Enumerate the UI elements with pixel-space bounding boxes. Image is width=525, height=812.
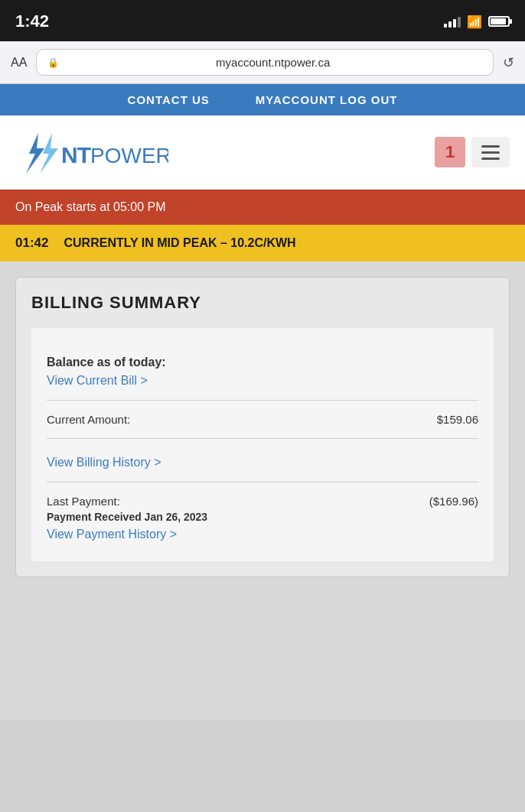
myaccount-logout-link[interactable]: MyAccount Log Out	[256, 93, 398, 106]
last-payment-amount: ($169.96)	[429, 495, 478, 508]
billing-history-section: View Billing History >	[47, 439, 478, 482]
battery-icon	[488, 16, 510, 27]
browser-aa-button[interactable]: AA	[11, 56, 27, 70]
url-bar[interactable]: 🔒 myaccount.ntpower.ca	[36, 49, 494, 76]
view-billing-history-link[interactable]: View Billing History >	[47, 456, 478, 469]
header-right: 1	[435, 137, 510, 167]
last-payment-row: Last Payment: ($169.96)	[47, 495, 478, 508]
lock-icon: 🔒	[47, 57, 59, 68]
svg-marker-1	[40, 133, 58, 174]
on-peak-alert: On Peak starts at 05:00 PM	[0, 190, 525, 225]
hamburger-line-2	[481, 151, 500, 154]
hamburger-line-3	[481, 158, 500, 160]
signal-icon	[444, 15, 461, 28]
current-amount-value: $159.06	[437, 413, 478, 426]
status-bar: 1:42 📶	[0, 0, 525, 41]
url-text: myaccount.ntpower.ca	[64, 56, 482, 69]
notification-badge[interactable]: 1	[435, 137, 465, 167]
view-current-bill-link[interactable]: View Current Bill >	[47, 374, 478, 388]
status-time: 1:42	[15, 11, 49, 31]
logo-svg: NT POWER	[15, 129, 168, 175]
balance-section: Balance as of today: View Current Bill >	[47, 343, 478, 401]
main-content: BILLING SUMMARY Balance as of today: Vie…	[0, 261, 525, 720]
current-amount-label: Current Amount:	[47, 413, 130, 426]
billing-title: BILLING SUMMARY	[31, 293, 494, 313]
status-icons: 📶	[444, 15, 510, 29]
hamburger-line-1	[481, 145, 500, 148]
payment-received-label: Payment Received Jan 26, 2023	[47, 511, 478, 523]
browser-bar: AA 🔒 myaccount.ntpower.ca ↺	[0, 41, 525, 84]
current-amount-section: Current Amount: $159.06	[47, 401, 478, 439]
logo: NT POWER	[15, 129, 168, 175]
wifi-icon: 📶	[467, 15, 482, 29]
notification-count: 1	[445, 142, 455, 162]
svg-text:POWER: POWER	[90, 144, 168, 167]
billing-inner: Balance as of today: View Current Bill >…	[31, 328, 494, 561]
on-peak-text: On Peak starts at 05:00 PM	[15, 200, 166, 213]
billing-card: BILLING SUMMARY Balance as of today: Vie…	[15, 277, 510, 577]
last-payment-label: Last Payment:	[47, 495, 120, 508]
site-header: NT POWER 1	[0, 115, 525, 190]
mid-peak-text: CURRENTLY IN MID PEAK – 10.2C/KWH	[64, 236, 295, 250]
refresh-button[interactable]: ↺	[503, 54, 514, 71]
hamburger-menu-button[interactable]	[471, 137, 510, 167]
svg-marker-0	[26, 133, 44, 174]
last-payment-section: Last Payment: ($169.96) Payment Received…	[47, 482, 478, 554]
current-amount-row: Current Amount: $159.06	[47, 413, 478, 426]
svg-text:NT: NT	[61, 142, 91, 167]
view-payment-history-link[interactable]: View Payment History >	[47, 528, 478, 541]
contact-us-link[interactable]: CONTACT US	[128, 93, 210, 106]
mid-peak-time: 01:42	[15, 235, 48, 251]
mid-peak-alert: 01:42 CURRENTLY IN MID PEAK – 10.2C/KWH	[0, 225, 525, 261]
balance-label: Balance as of today:	[47, 356, 166, 369]
nav-bar: CONTACT US MyAccount Log Out	[0, 84, 525, 115]
